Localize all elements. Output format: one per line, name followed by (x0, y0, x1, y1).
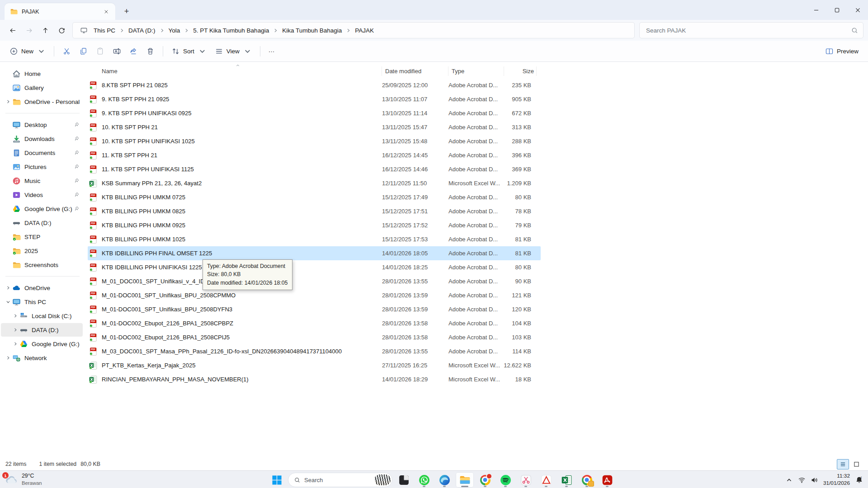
sidebar-item-google-drive-g[interactable]: Google Drive (G:) (1, 337, 83, 351)
sidebar-item-local-disk-c[interactable]: Local Disk (C:) (1, 309, 83, 323)
explorer-tab[interactable]: PAJAK (5, 3, 115, 20)
close-button[interactable] (847, 0, 868, 20)
cut-button[interactable] (58, 43, 75, 59)
column-header-size[interactable]: Size (504, 66, 537, 76)
large-icons-view-button[interactable] (850, 459, 863, 469)
file-row[interactable]: RINCIAN_PEMBAYARAN_PPH_MASA_NOVEMBER(1)1… (88, 372, 541, 386)
new-button[interactable]: New (5, 43, 50, 59)
wifi-icon[interactable] (798, 476, 806, 484)
back-button[interactable] (5, 23, 21, 38)
chevron-right-icon[interactable] (11, 313, 19, 319)
taskbar-app-acrobat-icon[interactable] (598, 472, 616, 488)
notification-bell-icon[interactable]: z (855, 476, 863, 484)
file-row[interactable]: PDFM_01-DOC002_Ebupot_2126_BPA1_2508CPBP… (88, 316, 541, 330)
file-row[interactable]: PDFM_01-DOC001_SPT_Unifikasi_BPU_2508CPM… (88, 288, 541, 302)
sidebar-item-desktop[interactable]: Desktop (1, 118, 83, 131)
breadcrumb-item-this-pc[interactable]: This PC (90, 25, 118, 36)
view-button[interactable]: View (211, 43, 256, 59)
taskbar-app-file-explorer-icon[interactable] (456, 472, 474, 488)
breadcrumb-item-data-d[interactable]: DATA (D:) (125, 25, 159, 36)
breadcrumb-item-kika-tumbuh-bahagia[interactable]: Kika Tumbuh Bahagia (279, 25, 345, 36)
sidebar-item-music[interactable]: Music (1, 174, 83, 188)
file-row[interactable]: PT_KTB_Kertas_Kerja_Pajak_202527/11/2025… (88, 358, 541, 372)
sidebar-item-onedrive[interactable]: OneDrive (1, 281, 83, 295)
chevron-right-icon[interactable] (4, 355, 12, 361)
details-view-button[interactable] (837, 459, 849, 469)
sidebar-item-downloads[interactable]: Downloads (1, 132, 83, 145)
column-header-type[interactable]: Type (448, 66, 504, 76)
chevron-up-icon[interactable] (785, 476, 793, 484)
column-header-date-modified[interactable]: Date modified (382, 66, 448, 76)
minimize-button[interactable] (806, 0, 826, 20)
sidebar-item-onedrive-personal[interactable]: OneDrive - Personal (1, 95, 83, 108)
chevron-right-icon[interactable] (4, 285, 12, 291)
tab-close-icon[interactable] (101, 6, 112, 17)
file-row[interactable]: PDFM_03_DOC001_SPT_Masa_PPh_Pasal_2126_I… (88, 344, 541, 358)
file-row[interactable]: PDF8.KTB SPT PPH 21 082525/09/2025 12:00… (88, 78, 541, 92)
sidebar-item-step[interactable]: STEP (1, 230, 83, 244)
new-tab-button[interactable]: + (120, 5, 133, 18)
copy-button[interactable] (75, 43, 92, 59)
sidebar-item-this-pc[interactable]: This PC (1, 295, 83, 309)
search-highlight-image[interactable] (374, 474, 391, 485)
address-box[interactable]: This PCDATA (D:)Yola5. PT Kika Tumbuh Ba… (72, 22, 635, 38)
delete-button[interactable] (142, 43, 159, 59)
more-options-button[interactable]: ··· (264, 43, 279, 59)
breadcrumb-item-5-pt-kika-tumbuh-bahagia[interactable]: 5. PT Kika Tumbuh Bahagia (190, 25, 272, 36)
weather-widget[interactable]: 1 29°C Berawan (5, 473, 42, 487)
up-button[interactable] (37, 23, 53, 38)
sidebar-item-documents[interactable]: Documents (1, 146, 83, 160)
taskbar-app-chrome-profile-icon[interactable] (578, 472, 596, 488)
file-row[interactable]: KSB Summary PPh 21, 23, 26, 4ayat212/11/… (88, 176, 541, 190)
file-row[interactable]: PDF9. KTB SPT PPH 21 092513/10/2025 11:0… (88, 92, 541, 106)
sidebar-item-videos[interactable]: Videos (1, 188, 83, 202)
sidebar-item-2025[interactable]: 2025 (1, 244, 83, 258)
taskbar-app-dark-app-icon[interactable] (395, 472, 413, 488)
breadcrumb-item-yola[interactable]: Yola (165, 25, 184, 36)
chevron-right-icon[interactable] (11, 327, 19, 333)
chevron-right-icon[interactable] (11, 341, 19, 347)
rename-button[interactable] (108, 43, 125, 59)
taskbar-search[interactable]: Search (288, 473, 392, 487)
file-row[interactable]: PDFKTB BILLING PPH UMKM 082515/12/2025 1… (88, 204, 541, 218)
clock[interactable]: 11:32 31/01/2026 (823, 473, 850, 487)
taskbar-app-excel-icon[interactable] (557, 472, 576, 488)
speaker-icon[interactable] (811, 476, 818, 484)
sidebar-item-pictures[interactable]: Pictures (1, 160, 83, 174)
taskbar-app-snipping-tool-icon[interactable] (517, 472, 535, 488)
search-icon[interactable] (851, 27, 859, 34)
file-row[interactable]: PDF9. KTB SPT PPH UNIFIKASI 092513/10/20… (88, 106, 541, 120)
paste-button[interactable] (92, 43, 108, 59)
file-row[interactable]: PDFM_01-DOC002_Ebupot_2126_BPA1_2508CPIJ… (88, 330, 541, 344)
taskbar-app-spotify-icon[interactable] (496, 472, 514, 488)
sidebar-item-screenshots[interactable]: Screenshots (1, 258, 83, 272)
taskbar-app-chrome-icon[interactable] (476, 472, 494, 488)
taskbar-app-edge-icon[interactable] (435, 472, 453, 488)
sidebar-item-gallery[interactable]: Gallery (1, 81, 83, 94)
sidebar-item-home[interactable]: Home (1, 67, 83, 80)
share-button[interactable] (125, 43, 142, 59)
sidebar-item-data-d[interactable]: DATA (D:) (1, 216, 83, 230)
file-row[interactable]: PDFKTB IDBILLING PPH UNIFIKASI 122514/01… (88, 260, 541, 274)
sidebar-item-network[interactable]: Network (1, 351, 83, 365)
sidebar-item-google-drive-g[interactable]: Google Drive (G:) (1, 202, 83, 216)
taskbar-app-whatsapp-icon[interactable] (415, 472, 433, 488)
file-row[interactable]: PDFM_01-DOC001_SPT_Unifikasi_BPU_2508DYF… (88, 302, 541, 316)
file-row[interactable]: PDFM_01_DOC001_SPT_Unifikasi_v_4_ID-fo-x… (88, 274, 541, 288)
file-row[interactable]: PDF10. KTB SPT PPH UNIFIKASI 102513/11/2… (88, 134, 541, 148)
start-button[interactable] (268, 472, 286, 488)
forward-button[interactable] (21, 23, 37, 38)
file-row[interactable]: PDFKTB IDBILLING PPH FINAL OMSET 122514/… (88, 246, 541, 260)
file-row[interactable]: PDFKTB BILLING PPH UMKM 092515/12/2025 1… (88, 218, 541, 232)
file-row[interactable]: PDF10. KTB SPT PPH 2113/11/2025 15:47Ado… (88, 120, 541, 134)
sort-button[interactable]: Sort (167, 43, 211, 59)
file-row[interactable]: PDFKTB BILLING PPH UMKM 072515/12/2025 1… (88, 190, 541, 204)
taskbar-app-anydesk-icon[interactable] (537, 472, 555, 488)
sort-ascending-icon[interactable] (235, 63, 241, 68)
breadcrumb-item-pajak[interactable]: PAJAK (352, 25, 377, 36)
search-input[interactable]: Search PAJAK (639, 22, 863, 38)
chevron-right-icon[interactable] (4, 99, 12, 104)
file-row[interactable]: PDF11. KTB SPT PPH 2116/12/2025 14:45Ado… (88, 148, 541, 162)
refresh-button[interactable] (53, 23, 70, 38)
file-row[interactable]: PDF11. KTB SPT PPH UNIFIKASI 112516/12/2… (88, 162, 541, 176)
